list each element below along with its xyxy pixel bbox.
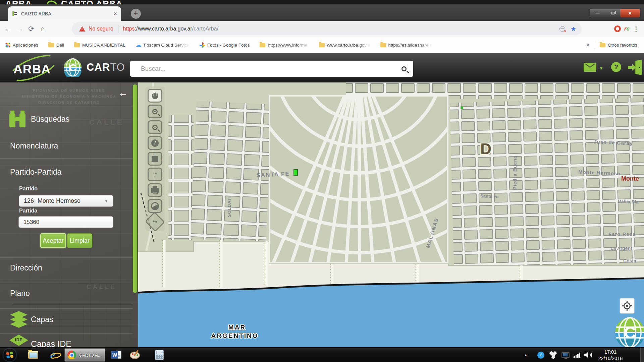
bookmark-star-icon[interactable]: ★	[571, 25, 576, 33]
close-button[interactable]: ✕	[620, 9, 640, 17]
parcel-marker[interactable]	[294, 170, 298, 175]
bookmarks-separator	[595, 41, 595, 49]
taskbar-ie[interactable]: e	[46, 349, 59, 361]
apps-grid-icon	[5, 43, 10, 48]
divider	[0, 158, 133, 159]
minimize-button[interactable]: —	[590, 9, 605, 17]
rc-extension-icon[interactable]: rc	[624, 25, 630, 32]
bookmark-label: Fotos - Google Fotos	[207, 43, 250, 48]
print-tool[interactable]	[148, 183, 162, 197]
taskbar: e CARTO A... W ▲ i 17:01 22/10/2018	[0, 347, 644, 362]
street-label-bahia-blanca: Bahía Bla	[618, 199, 639, 204]
tray-network[interactable]	[574, 348, 580, 362]
bookmark-musica[interactable]: MUSICA ANBIENTAL	[74, 43, 125, 48]
address-bar[interactable]: No seguro https ://www.carto.arba.gov.ar…	[72, 22, 582, 35]
new-tab-button[interactable]: +	[131, 9, 141, 19]
search-icon[interactable]	[401, 66, 407, 71]
bookmark-others-folder[interactable]: Otros favoritos	[600, 43, 637, 48]
taskbar-paint[interactable]	[129, 349, 142, 361]
bookmark-slideshare[interactable]: https://es.slideshare.n	[380, 43, 432, 48]
sidebar-item-capas-ide[interactable]: Capas IDE	[31, 339, 71, 347]
adblock-extension-icon[interactable]	[614, 25, 621, 32]
zoom-out-tool[interactable]: −	[148, 120, 162, 134]
taskbar-word[interactable]: W	[110, 349, 123, 361]
divider	[0, 257, 133, 258]
limpiar-button[interactable]: Limpiar	[67, 233, 92, 248]
folder-icon	[260, 43, 265, 47]
search-input[interactable]	[141, 65, 401, 72]
geolocate-button[interactable]	[620, 298, 634, 313]
not-secure-warning-icon[interactable]	[79, 26, 85, 32]
tray-dropbox[interactable]	[549, 348, 557, 362]
sidebar-collapse-icon[interactable]: ←	[118, 87, 128, 99]
tray-info[interactable]: i	[537, 348, 544, 362]
measure-area-tool[interactable]	[148, 152, 162, 166]
taskbar-clock[interactable]: 17:01 22/10/2018	[593, 348, 628, 362]
logout-icon[interactable]	[628, 60, 643, 75]
grid-right	[450, 98, 644, 268]
bookmark-informer[interactable]: https://www.informer	[260, 43, 309, 48]
reload-icon[interactable]: ⟳	[25, 25, 37, 33]
sidebar-item-capas[interactable]: Capas	[31, 315, 53, 324]
signal-bars-icon	[574, 352, 580, 358]
taskbar-explorer[interactable]	[27, 349, 40, 361]
map-canvas[interactable]: SANTA FE SOLDATI MALVINAS D Juan de Gara…	[138, 82, 644, 347]
folder-icon	[48, 43, 54, 47]
pan-tool[interactable]	[148, 89, 162, 103]
mail-caret-icon[interactable]: ▼	[599, 66, 603, 71]
show-desktop-button[interactable]	[640, 348, 644, 362]
google-photos-icon	[200, 42, 205, 48]
sidebar-watermark-calle-2: CALLE	[87, 284, 117, 291]
address-divider	[118, 25, 118, 33]
translate-icon[interactable]	[559, 26, 565, 32]
help-icon[interactable]: ?	[611, 62, 621, 72]
partido-value: 126- Monte Hermoso	[24, 197, 80, 204]
calculator-icon	[155, 350, 164, 360]
forward-icon[interactable]: →	[14, 25, 25, 33]
bookmark-label: Otros favoritos	[608, 43, 637, 48]
sidebar-item-busquedas[interactable]: Búsquedas	[31, 115, 69, 124]
bookmark-google-fotos[interactable]: Fotos - Google Fotos	[200, 42, 250, 48]
chrome-menu-icon[interactable]: ⋮	[633, 25, 639, 33]
zoom-in-tool[interactable]: +	[148, 105, 162, 118]
tray-display[interactable]	[561, 348, 570, 362]
partida-input[interactable]	[18, 216, 113, 228]
mail-icon[interactable]	[584, 63, 596, 72]
tray-show-hidden[interactable]: ▲	[524, 348, 528, 362]
bookmarks-overflow-icon[interactable]: »	[586, 42, 589, 48]
home-icon[interactable]: ⌂	[37, 25, 48, 33]
browser-tab[interactable]: CARTO ARBA ×	[8, 6, 121, 21]
bookmark-carto-arba[interactable]: www.carto.arba.gov.a	[319, 43, 370, 48]
tray-volume[interactable]	[584, 348, 592, 362]
carto-logo[interactable]: C CARTO	[63, 58, 125, 77]
restore-button[interactable]	[605, 9, 620, 17]
info-tool[interactable]: i	[148, 136, 162, 150]
tab-close-icon[interactable]: ×	[113, 11, 117, 17]
sidebar-item-nomenclatura[interactable]: Nomenclatura	[10, 141, 58, 150]
start-button[interactable]	[3, 349, 16, 361]
sidebar-item-partido-partida[interactable]: Partido-Partida	[10, 168, 61, 177]
bookmark-apps[interactable]: Aplicaciones	[5, 43, 38, 48]
earth-tool[interactable]	[148, 199, 162, 213]
aceptar-button[interactable]: Aceptar	[40, 233, 66, 248]
measure-line-tool[interactable]: ~↔	[148, 168, 162, 181]
taskbar-calculator[interactable]	[153, 349, 166, 361]
divider	[0, 308, 133, 309]
partido-select[interactable]: 126- Monte Hermoso ▼	[19, 195, 113, 207]
arba-logo[interactable]: ARBA	[7, 59, 58, 78]
folder-icon	[74, 43, 80, 47]
taskbar-chrome-active[interactable]: CARTO A...	[64, 348, 105, 362]
bookmark-foscam[interactable]: ☁Foscam Cloud Service	[136, 41, 190, 49]
bookmark-label: Dell	[56, 43, 64, 48]
url-scheme: https	[123, 26, 135, 32]
tab-favicon-arba	[12, 11, 18, 16]
back-icon[interactable]: ←	[3, 25, 14, 33]
app-search[interactable]	[130, 61, 413, 77]
share-tool[interactable]: ↪	[145, 212, 165, 232]
street-label-costanera: Costa	[623, 258, 636, 263]
sidebar-watermark-1: PROVINCIA DE BUENOS AIRES	[0, 88, 138, 93]
sidebar-item-plano[interactable]: Plano	[10, 289, 30, 298]
sidebar-item-direccion[interactable]: Dirección	[10, 263, 42, 273]
sidebar-scrollbar[interactable]	[133, 84, 137, 293]
bookmark-dell[interactable]: Dell	[48, 43, 64, 48]
